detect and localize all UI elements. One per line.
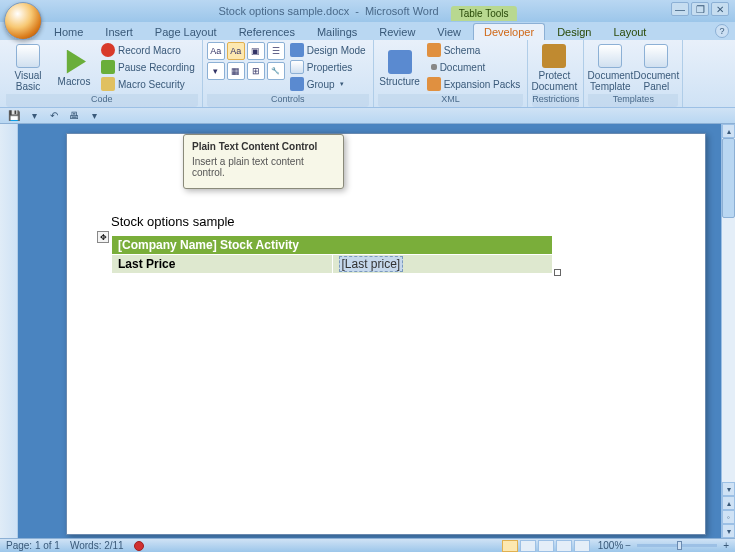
table-resize-handle[interactable] bbox=[554, 269, 561, 276]
qat-customize-button[interactable]: ▾ bbox=[86, 109, 102, 123]
draft-view-button[interactable] bbox=[574, 540, 590, 552]
tab-references[interactable]: References bbox=[229, 24, 305, 40]
structure-button[interactable]: Structure bbox=[378, 42, 422, 94]
pause-icon bbox=[101, 60, 115, 74]
group-label-templates: Templates bbox=[588, 94, 678, 107]
tab-review[interactable]: Review bbox=[369, 24, 425, 40]
tooltip-body: Insert a plain text content control. bbox=[192, 156, 335, 178]
group-label-restrictions: Restrictions bbox=[532, 94, 579, 107]
document-button[interactable]: Document bbox=[424, 59, 524, 75]
group-icon bbox=[290, 77, 304, 91]
zoom-slider-thumb[interactable] bbox=[677, 541, 682, 550]
qat-sep-icon: ▾ bbox=[26, 109, 42, 123]
protect-document-button[interactable]: Protect Document bbox=[532, 42, 576, 94]
tab-insert[interactable]: Insert bbox=[95, 24, 143, 40]
row-label-cell[interactable]: Last Price bbox=[112, 255, 333, 274]
plain-text-control-button[interactable]: Aa bbox=[227, 42, 245, 60]
group-label-code: Code bbox=[6, 94, 198, 107]
rich-text-control-button[interactable]: Aa bbox=[207, 42, 225, 60]
page: Stock options sample ✥ [Company Name] St… bbox=[66, 133, 706, 535]
content-control-field[interactable]: [Last price] bbox=[339, 256, 404, 272]
tab-design[interactable]: Design bbox=[547, 24, 601, 40]
close-button[interactable]: ✕ bbox=[711, 2, 729, 16]
web-layout-view-button[interactable] bbox=[538, 540, 554, 552]
help-button[interactable]: ? bbox=[715, 24, 729, 38]
group-xml: Structure Schema Document Expansion Pack… bbox=[374, 40, 529, 107]
table-move-handle[interactable]: ✥ bbox=[97, 231, 109, 243]
schema-button[interactable]: Schema bbox=[424, 42, 524, 58]
document-panel-button[interactable]: Document Panel bbox=[634, 42, 678, 94]
browse-object-button[interactable]: ◦ bbox=[722, 510, 735, 524]
panel-icon bbox=[644, 44, 668, 68]
next-page-button[interactable]: ▾ bbox=[722, 524, 735, 538]
zoom-in-button[interactable]: + bbox=[723, 540, 729, 551]
scroll-up-button[interactable]: ▴ bbox=[722, 124, 735, 138]
tab-view[interactable]: View bbox=[427, 24, 471, 40]
restore-button[interactable]: ❐ bbox=[691, 2, 709, 16]
save-button[interactable]: 💾 bbox=[6, 109, 22, 123]
row-value-cell[interactable]: [Last price] bbox=[332, 255, 553, 274]
proofing-status-icon[interactable] bbox=[134, 541, 144, 551]
scroll-down-button[interactable]: ▾ bbox=[722, 482, 735, 496]
print-button[interactable]: 🖶 bbox=[66, 109, 82, 123]
tab-page-layout[interactable]: Page Layout bbox=[145, 24, 227, 40]
expansion-packs-button[interactable]: Expansion Packs bbox=[424, 76, 524, 92]
document-viewport[interactable]: Stock options sample ✥ [Company Name] St… bbox=[18, 124, 721, 538]
table-header-cell[interactable]: [Company Name] Stock Activity bbox=[112, 236, 553, 255]
vertical-scrollbar[interactable]: ▴ ▾ ▴ ◦ ▾ bbox=[721, 124, 735, 538]
group-templates: Document Template Document Panel Templat… bbox=[584, 40, 683, 107]
tab-home[interactable]: Home bbox=[44, 24, 93, 40]
group-button[interactable]: Group bbox=[287, 76, 369, 92]
print-layout-view-button[interactable] bbox=[502, 540, 518, 552]
macros-icon bbox=[62, 50, 86, 74]
page-indicator[interactable]: Page: 1 of 1 bbox=[6, 540, 60, 551]
group-label-xml: XML bbox=[378, 94, 524, 107]
title-bar: Stock options sample.docx - Microsoft Wo… bbox=[0, 0, 735, 22]
group-label-controls: Controls bbox=[207, 94, 369, 107]
combo-box-control-button[interactable]: ☰ bbox=[267, 42, 285, 60]
document-title-text: Stock options sample bbox=[111, 214, 669, 229]
context-tab-label: Table Tools bbox=[451, 6, 517, 21]
ribbon: Visual Basic Macros Record Macro Pause R… bbox=[0, 40, 735, 108]
structure-icon bbox=[388, 50, 412, 74]
visual-basic-button[interactable]: Visual Basic bbox=[6, 42, 50, 94]
undo-button[interactable]: ↶ bbox=[46, 109, 62, 123]
zoom-slider[interactable] bbox=[637, 544, 717, 547]
document-area: Stock options sample ✥ [Company Name] St… bbox=[0, 124, 735, 538]
properties-button[interactable]: Properties bbox=[287, 59, 369, 75]
tab-developer[interactable]: Developer bbox=[473, 23, 545, 40]
full-screen-view-button[interactable] bbox=[520, 540, 536, 552]
scroll-thumb[interactable] bbox=[722, 138, 735, 218]
quick-access-toolbar: 💾 ▾ ↶ 🖶 ▾ bbox=[0, 108, 735, 124]
group-controls: Aa Aa ▣ ☰ ▾ ▦ ⊞ 🔧 Design Mode Properties… bbox=[203, 40, 374, 107]
office-button[interactable] bbox=[4, 2, 42, 40]
tab-layout[interactable]: Layout bbox=[603, 24, 656, 40]
scroll-track[interactable] bbox=[722, 138, 735, 482]
document-template-button[interactable]: Document Template bbox=[588, 42, 632, 94]
date-picker-control-button[interactable]: ▦ bbox=[227, 62, 245, 80]
design-mode-icon bbox=[290, 43, 304, 57]
design-mode-button[interactable]: Design Mode bbox=[287, 42, 369, 58]
picture-control-button[interactable]: ▣ bbox=[247, 42, 265, 60]
outline-view-button[interactable] bbox=[556, 540, 572, 552]
pause-recording-button[interactable]: Pause Recording bbox=[98, 59, 198, 75]
stock-table[interactable]: [Company Name] Stock Activity Last Price… bbox=[111, 235, 553, 274]
tab-mailings[interactable]: Mailings bbox=[307, 24, 367, 40]
building-block-control-button[interactable]: ⊞ bbox=[247, 62, 265, 80]
record-macro-button[interactable]: Record Macro bbox=[98, 42, 198, 58]
status-bar: Page: 1 of 1 Words: 2/11 100% − + bbox=[0, 538, 735, 552]
legacy-tools-button[interactable]: 🔧 bbox=[267, 62, 285, 80]
vertical-ruler[interactable] bbox=[0, 124, 18, 538]
macro-security-button[interactable]: Macro Security bbox=[98, 76, 198, 92]
macros-button[interactable]: Macros bbox=[52, 42, 96, 94]
zoom-level[interactable]: 100% bbox=[598, 540, 624, 551]
template-icon bbox=[598, 44, 622, 68]
minimize-button[interactable]: — bbox=[671, 2, 689, 16]
prev-page-button[interactable]: ▴ bbox=[722, 496, 735, 510]
record-icon bbox=[101, 43, 115, 57]
zoom-out-button[interactable]: − bbox=[625, 540, 631, 551]
dropdown-list-control-button[interactable]: ▾ bbox=[207, 62, 225, 80]
controls-gallery: Aa Aa ▣ ☰ ▾ ▦ ⊞ 🔧 bbox=[207, 42, 285, 80]
word-count[interactable]: Words: 2/11 bbox=[70, 540, 124, 551]
ribbon-tabs: Home Insert Page Layout References Maili… bbox=[0, 22, 735, 40]
